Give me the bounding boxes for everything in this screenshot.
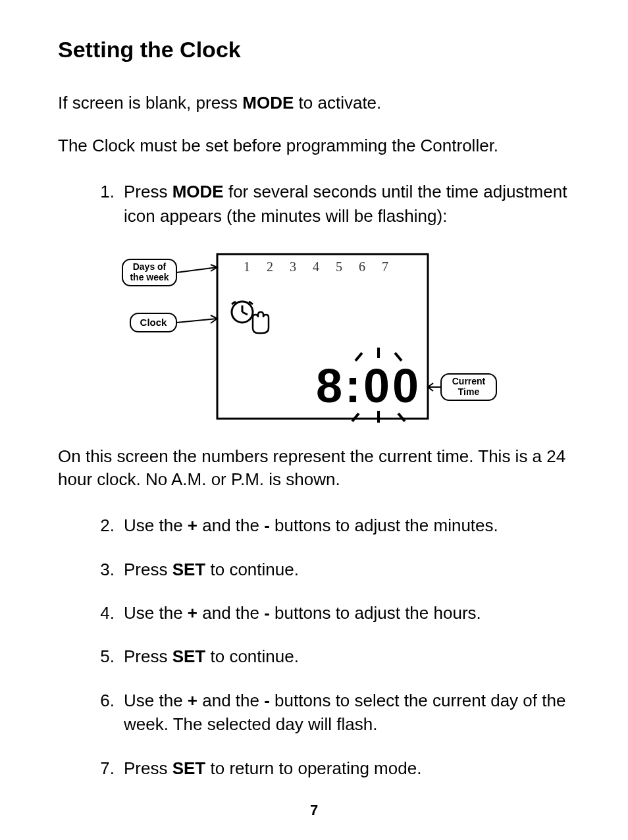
step-7: 7. Press SET to return to operating mode… [84,756,575,780]
flash-marks-bottom [352,411,405,423]
text: and the [197,603,264,623]
text: Use the [124,515,188,535]
set-keyword: SET [172,646,206,666]
hand-icon [253,312,269,333]
plus-symbol: + [188,691,197,710]
lcd-diagram-svg: Days of the week 1 2 3 4 5 6 7 Clock [118,248,500,425]
step-text: Press MODE for several seconds until the… [124,180,575,228]
text: buttons to adjust the minutes. [270,515,498,535]
step-number: 5. [84,644,124,668]
step-4: 4. Use the + and the - buttons to adjust… [84,601,575,625]
plus-symbol: + [188,603,197,623]
text: buttons to adjust the hours. [270,603,481,623]
day-5: 5 [336,259,342,274]
label-days-line1: Days of [133,261,167,272]
mode-keyword: MODE [242,93,294,113]
step-number: 3. [84,558,124,581]
day-3: 3 [290,259,296,274]
day-2: 2 [267,259,273,274]
day-7: 7 [382,259,388,274]
minus-symbol: - [264,603,270,623]
text: and the [197,691,264,710]
step-text: Use the + and the - buttons to adjust th… [124,513,575,537]
text: Press [124,182,172,201]
text: Press [124,646,172,666]
label-clock: Clock [140,317,168,328]
text: to continue. [205,646,299,666]
step-text: Press SET to return to operating mode. [124,756,575,780]
svg-line-7 [242,312,248,315]
text: and the [197,515,264,535]
mode-keyword: MODE [172,182,224,201]
label-current-line1: Current [452,376,486,386]
step-number: 4. [84,601,124,625]
step-number: 2. [84,513,124,537]
label-current-line2: Time [458,386,480,397]
step-text: Use the + and the - buttons to select th… [124,689,575,737]
text: to continue. [205,560,299,579]
page-title: Setting the Clock [58,37,575,63]
plus-symbol: + [188,515,197,535]
lcd-diagram: Days of the week 1 2 3 4 5 6 7 Clock [118,248,575,425]
steps-list-bottom: 2. Use the + and the - buttons to adjust… [58,513,575,780]
set-keyword: SET [172,560,206,579]
mid-paragraph: On this screen the numbers represent the… [58,445,575,491]
day-4: 4 [313,259,319,274]
set-keyword: SET [172,758,206,778]
text: to return to operating mode. [205,758,421,778]
step-6: 6. Use the + and the - buttons to select… [84,689,575,737]
step-number: 6. [84,689,124,737]
text: Press [124,758,172,778]
page-number: 7 [0,802,628,819]
time-display: 8:00 [316,359,421,412]
svg-line-13 [352,413,359,421]
flash-marks-top [355,348,402,361]
text: Use the [124,603,188,623]
text: Use the [124,691,188,710]
text: to activate. [294,93,381,113]
step-number: 7. [84,756,124,780]
text: If screen is blank, press [58,93,242,113]
time-text: 8:00 [316,359,421,412]
svg-line-2 [176,267,217,273]
step-text: Use the + and the - buttons to adjust th… [124,601,575,625]
step-text: Press SET to continue. [124,558,575,581]
step-1: 1. Press MODE for several seconds until … [84,180,575,228]
step-number: 1. [84,180,124,228]
minus-symbol: - [264,515,270,535]
minus-symbol: - [264,691,270,710]
intro-blank-screen: If screen is blank, press MODE to activa… [58,92,575,115]
manual-page: Setting the Clock If screen is blank, pr… [0,0,628,840]
day-1: 1 [244,259,250,274]
intro-must-set: The Clock must be set before programming… [58,134,575,157]
clock-icon [232,302,253,323]
step-3: 3. Press SET to continue. [84,558,575,581]
svg-line-15 [398,413,405,421]
label-days-line2: the week [130,272,169,282]
step-5: 5. Press SET to continue. [84,644,575,668]
day-6: 6 [359,259,365,274]
text: Press [124,560,172,579]
step-text: Press SET to continue. [124,644,575,668]
svg-line-4 [176,319,217,323]
steps-list-top: 1. Press MODE for several seconds until … [58,180,575,228]
step-2: 2. Use the + and the - buttons to adjust… [84,513,575,537]
